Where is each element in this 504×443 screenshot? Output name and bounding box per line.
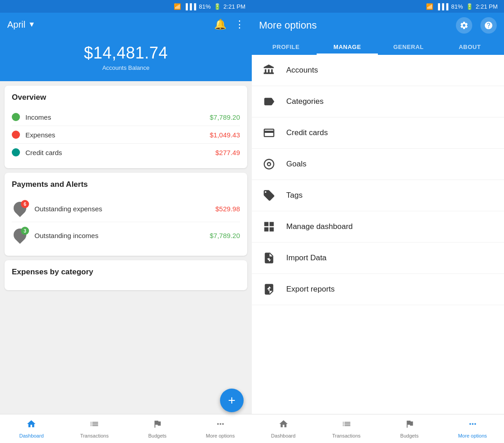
bell-icon[interactable]: 🔔 (214, 19, 226, 30)
expenses-label: Expenses (25, 131, 210, 139)
left-nav-dashboard[interactable]: Dashboard (0, 414, 63, 443)
settings-icon[interactable] (456, 17, 472, 34)
overview-title: Overview (12, 93, 240, 102)
incomes-label: Incomes (25, 113, 210, 121)
flag-icon (152, 419, 162, 432)
menu-item-goals[interactable]: Goals (252, 149, 504, 180)
left-nav-transactions-label: Transactions (80, 433, 109, 438)
pin-incomes-badge: 3 (21, 227, 29, 235)
categories-label: Categories (286, 97, 323, 106)
time-right: 2:21 PM (476, 3, 498, 10)
outstanding-incomes-value: $7,789.20 (210, 232, 240, 239)
balance-section: $14,481.74 Accounts Balance (0, 36, 252, 81)
menu-item-categories[interactable]: Categories (252, 86, 504, 117)
creditcards-menu-label: Credit cards (286, 128, 328, 137)
menu-item-export[interactable]: Export reports (252, 274, 504, 305)
menu-item-tags[interactable]: Tags (252, 180, 504, 211)
more-vertical-icon[interactable]: ⋮ (235, 19, 245, 30)
left-app-header: April ▼ 🔔 ⋮ (0, 13, 252, 36)
header-icons: 🔔 ⋮ (214, 19, 245, 30)
right-home-icon (279, 419, 289, 432)
categories-icon (261, 93, 277, 110)
tab-profile[interactable]: PROFILE (255, 38, 317, 55)
list-icon (89, 419, 99, 432)
menu-item-manage-dashboard[interactable]: Manage dashboard (252, 211, 504, 243)
right-nav-budgets[interactable]: Budgets (378, 414, 441, 443)
status-bar-left: 📶 ▐▐▐ 81% 🔋 2:21 PM (0, 0, 252, 13)
signal-icon-right: ▐▐▐ (436, 3, 449, 10)
outstanding-incomes-row[interactable]: 3 Outstanding incomes $7,789.20 (12, 222, 240, 248)
export-icon (261, 281, 277, 297)
month-selector[interactable]: April ▼ (7, 19, 35, 30)
right-app-header: More options (252, 13, 504, 38)
expenses-dot (12, 131, 20, 139)
outstanding-expenses-value: $529.98 (215, 205, 240, 213)
payments-card: Payments and Alerts 6 Outstanding expens… (5, 173, 247, 256)
help-icon[interactable] (480, 17, 497, 34)
right-header-title: More options (259, 19, 317, 31)
right-nav-more[interactable]: More options (441, 414, 504, 443)
status-bar-right: 📶 ▐▐▐ 81% 🔋 2:21 PM (252, 0, 504, 13)
right-phone: 📶 ▐▐▐ 81% 🔋 2:21 PM More options PROFILE… (252, 0, 504, 443)
pin-expenses-badge: 6 (21, 200, 29, 208)
overview-incomes-row[interactable]: Incomes $7,789.20 (12, 108, 240, 126)
overview-creditcards-row[interactable]: Credit cards $277.49 (12, 144, 240, 161)
more-icon-right (468, 419, 478, 432)
right-nav-dashboard-label: Dashboard (271, 433, 296, 438)
tab-about[interactable]: ABOUT (439, 38, 500, 55)
left-bottom-nav: Dashboard Transactions Budgets More opti… (0, 414, 252, 443)
content-area: Overview Incomes $7,789.20 Expenses $1,0… (0, 81, 252, 414)
tab-manage[interactable]: MANAGE (317, 38, 378, 55)
battery-icon-right: 🔋 (466, 3, 473, 10)
right-nav-transactions[interactable]: Transactions (315, 414, 378, 443)
tags-label: Tags (286, 191, 303, 200)
accounts-label: Accounts (286, 66, 318, 75)
expenses-category-card: Expenses by category (5, 260, 247, 290)
right-header-icons (456, 17, 497, 34)
left-nav-budgets[interactable]: Budgets (126, 414, 189, 443)
chevron-down-icon: ▼ (28, 20, 35, 29)
menu-item-accounts[interactable]: Accounts (252, 55, 504, 86)
fab-button[interactable]: + (220, 389, 244, 412)
right-nav-dashboard[interactable]: Dashboard (252, 414, 315, 443)
menu-item-creditcards[interactable]: Credit cards (252, 117, 504, 149)
right-nav-more-label: More options (458, 433, 487, 438)
creditcards-dot (12, 148, 20, 156)
right-flag-icon (405, 419, 415, 432)
expenses-category-title: Expenses by category (12, 268, 240, 277)
menu-list: Accounts Categories Credit cards Goals (252, 55, 504, 414)
tab-general[interactable]: GENERAL (378, 38, 439, 55)
manage-dashboard-label: Manage dashboard (286, 222, 353, 231)
left-phone: 📶 ▐▐▐ 81% 🔋 2:21 PM April ▼ 🔔 ⋮ $14,481.… (0, 0, 252, 443)
right-nav-budgets-label: Budgets (400, 433, 418, 438)
time-left: 2:21 PM (224, 3, 245, 10)
goals-label: Goals (286, 160, 306, 169)
left-nav-dashboard-label: Dashboard (19, 433, 44, 438)
left-nav-more[interactable]: More options (189, 414, 252, 443)
menu-item-import[interactable]: Import Data (252, 243, 504, 274)
battery-icon-left: 🔋 (214, 3, 221, 10)
import-icon (261, 250, 277, 266)
balance-label: Accounts Balance (0, 64, 252, 71)
tag-icon (261, 187, 277, 204)
right-list-icon (342, 419, 352, 432)
overview-expenses-row[interactable]: Expenses $1,049.43 (12, 126, 240, 144)
left-nav-transactions[interactable]: Transactions (63, 414, 126, 443)
creditcards-value: $277.49 (215, 149, 240, 156)
left-nav-budgets-label: Budgets (148, 433, 166, 438)
bank-icon (261, 62, 277, 78)
incomes-dot (12, 113, 20, 121)
signal-icon: ▐▐▐ (184, 3, 196, 10)
wifi-icon-right: 📶 (426, 3, 433, 10)
creditcards-label: Credit cards (25, 149, 215, 156)
more-icon-left (215, 419, 225, 432)
home-icon (26, 419, 36, 432)
import-label: Import Data (286, 253, 327, 263)
balance-amount: $14,481.74 (0, 44, 252, 63)
right-bottom-nav: Dashboard Transactions Budgets More opti… (252, 414, 504, 443)
tabs-bar: PROFILE MANAGE GENERAL ABOUT (252, 38, 504, 55)
wifi-icon: 📶 (174, 3, 181, 10)
export-label: Export reports (286, 285, 335, 294)
outstanding-expenses-row[interactable]: 6 Outstanding expenses $529.98 (12, 195, 240, 222)
right-nav-transactions-label: Transactions (332, 433, 361, 438)
